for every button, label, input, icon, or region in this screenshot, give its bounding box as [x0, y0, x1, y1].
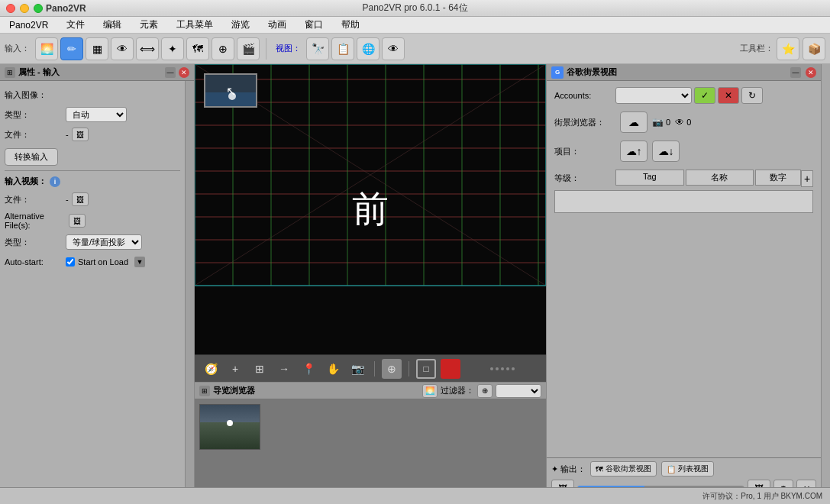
- minimize-button[interactable]: [20, 4, 29, 13]
- camera-icon: 📷: [652, 117, 664, 128]
- browser-title: 导览浏览器: [213, 385, 419, 396]
- panel-icon: ⊞: [5, 67, 15, 78]
- video-file-browse-btn[interactable]: 🖼: [72, 192, 89, 206]
- input-btn-grid[interactable]: ▦: [86, 37, 108, 60]
- close-button[interactable]: [6, 4, 15, 13]
- app-name: Pano2VR: [46, 3, 86, 14]
- file-label: 文件：: [5, 129, 66, 141]
- menu-help[interactable]: 帮助: [338, 17, 363, 33]
- browser-filter: 过滤器： ⊕: [441, 384, 541, 398]
- canvas-arrow-btn[interactable]: →: [274, 359, 294, 379]
- filter-icon-btn[interactable]: ⊕: [477, 384, 493, 398]
- view-btn-eye[interactable]: 👁: [382, 37, 405, 60]
- input-btn-hotspot[interactable]: ✦: [161, 37, 184, 60]
- accounts-red-btn[interactable]: ✕: [718, 87, 739, 104]
- file-browse-btn[interactable]: 🖼: [72, 128, 89, 141]
- menu-tools[interactable]: 工具菜单: [173, 17, 216, 33]
- panel-close-btn[interactable]: ✕: [179, 67, 189, 78]
- project-label: 项目：: [554, 146, 615, 157]
- type-row: 类型： 自动: [5, 107, 180, 122]
- alt-file-row: Alternative File(s): 🖼: [5, 212, 180, 230]
- input-btn-tour[interactable]: ⊕: [212, 37, 234, 60]
- menu-window[interactable]: 窗口: [302, 17, 326, 33]
- right-panel-scrollbar[interactable]: [821, 64, 830, 504]
- panel-collapse-btn[interactable]: —: [165, 67, 176, 78]
- input-btn-1[interactable]: 🌅: [35, 37, 58, 60]
- filter-select[interactable]: [496, 384, 541, 398]
- canvas-viewport[interactable]: ↖ 前: [195, 64, 546, 354]
- number-col-header: 数字: [755, 170, 801, 186]
- gsv-output-icon: 🗺: [596, 465, 603, 473]
- titlebar: Pano2VR Pano2VR pro 6.0.1 - 64位: [0, 0, 830, 17]
- list-output-icon: 📋: [667, 465, 676, 473]
- gsv-collapse-btn[interactable]: —: [790, 67, 801, 78]
- input-btn-film[interactable]: 🎬: [237, 37, 260, 60]
- video-type-select[interactable]: 等量/球面投影: [66, 234, 142, 250]
- browser-panel: ⊞ 导览浏览器 🌅 过滤器： ⊕: [195, 382, 546, 504]
- browser-thumbnail-1[interactable]: [199, 404, 260, 450]
- street-browser-row: 街景浏览器： ☁ 📷 0 👁 0: [554, 111, 813, 133]
- filter-label: 过滤器：: [441, 385, 474, 396]
- canvas-camera-btn[interactable]: 📷: [347, 359, 367, 379]
- menu-tour[interactable]: 游览: [228, 17, 253, 33]
- canvas-square-outline-btn[interactable]: □: [416, 359, 436, 379]
- canvas-crosshair-btn[interactable]: ⊕: [382, 359, 402, 379]
- project-download-btn[interactable]: ☁↓: [652, 141, 680, 162]
- canvas-grid-btn[interactable]: ⊞: [250, 359, 270, 379]
- browser-nav-btn[interactable]: 🌅: [422, 384, 438, 398]
- input-btn-move[interactable]: ⟺: [136, 37, 159, 60]
- gsv-output-tab[interactable]: 🗺 谷歌街景视图: [590, 461, 657, 477]
- fullscreen-button[interactable]: [34, 4, 43, 13]
- project-upload-btn[interactable]: ☁↑: [620, 141, 648, 162]
- street-cloud-btn[interactable]: ☁: [620, 111, 648, 133]
- canvas-divider-2: [409, 361, 409, 376]
- convert-btn[interactable]: 转换输入: [5, 148, 58, 166]
- canvas-toolbar: 🧭 + ⊞ → 📍 ✋ 📷 ⊕ □: [195, 354, 546, 382]
- menu-edit[interactable]: 编辑: [100, 17, 124, 33]
- gsv-close-btn[interactable]: ✕: [806, 67, 816, 78]
- autostart-checkbox[interactable]: [66, 257, 75, 267]
- accounts-refresh-btn[interactable]: ↻: [741, 87, 763, 104]
- view-btn-list[interactable]: 📋: [331, 37, 354, 60]
- name-col-header: 名称: [686, 170, 754, 186]
- camera-count: 📷 0: [652, 117, 670, 128]
- input-btn-map[interactable]: 🗺: [186, 37, 209, 60]
- input-btn-skin[interactable]: 👁: [111, 37, 134, 60]
- canvas-add-btn[interactable]: +: [225, 359, 245, 379]
- properties-scroll-container: 输入图像： 类型： 自动 文件： - 🖼 转换输入: [0, 81, 194, 487]
- alt-file-browse-btn[interactable]: 🖼: [69, 214, 86, 228]
- menu-animation[interactable]: 动画: [265, 17, 289, 33]
- menu-elements[interactable]: 元素: [137, 17, 161, 33]
- grade-header: 等级： Tag 名称 数字 +: [554, 170, 813, 187]
- accounts-select[interactable]: [615, 87, 692, 104]
- left-panel-scrollbar[interactable]: [185, 81, 194, 487]
- video-file-value: -: [66, 195, 69, 204]
- tools-btn-envelope[interactable]: 📦: [803, 37, 825, 60]
- dot-1: [490, 367, 493, 370]
- menu-pano2vr[interactable]: Pano2VR: [6, 18, 51, 32]
- accounts-green-btn[interactable]: ✓: [694, 87, 715, 104]
- canvas-hand-btn[interactable]: ✋: [323, 359, 343, 379]
- video-info-icon[interactable]: i: [50, 176, 60, 187]
- video-file-label: 文件：: [5, 194, 66, 205]
- list-output-tab[interactable]: 📋 列表视图: [661, 461, 714, 477]
- main-toolbar: 输入： 🌅 ✏ ▦ 👁 ⟺ ✦ 🗺 ⊕ 🎬 视图： 🔭 📋 🌐 👁 工具栏： ⭐…: [0, 34, 830, 64]
- autostart-options-btn[interactable]: ▼: [134, 257, 145, 267]
- center-column: ↖ 前 🧭 + ⊞ → 📍 ✋ 📷 ⊕ □: [195, 64, 546, 504]
- file-row: 文件： - 🖼: [5, 127, 180, 142]
- tools-btn-star[interactable]: ⭐: [777, 37, 799, 60]
- camera-count-value: 0: [666, 118, 670, 127]
- dot-3: [501, 367, 504, 370]
- menu-file[interactable]: 文件: [63, 17, 88, 33]
- grade-add-btn[interactable]: +: [801, 170, 813, 187]
- canvas-pin-btn[interactable]: 📍: [299, 359, 318, 379]
- view-btn-binoculars[interactable]: 🔭: [306, 37, 329, 60]
- project-row: 项目： ☁↑ ☁↓: [554, 141, 813, 162]
- view-btn-3d[interactable]: 🌐: [357, 37, 379, 60]
- input-btn-edit[interactable]: ✏: [60, 37, 83, 60]
- grade-table-header: Tag 名称 数字: [615, 170, 801, 186]
- gsv-icon: G: [551, 66, 564, 79]
- type-select[interactable]: 自动: [66, 107, 127, 122]
- canvas-compass-btn[interactable]: 🧭: [201, 359, 221, 379]
- canvas-square-red-btn[interactable]: [441, 359, 460, 379]
